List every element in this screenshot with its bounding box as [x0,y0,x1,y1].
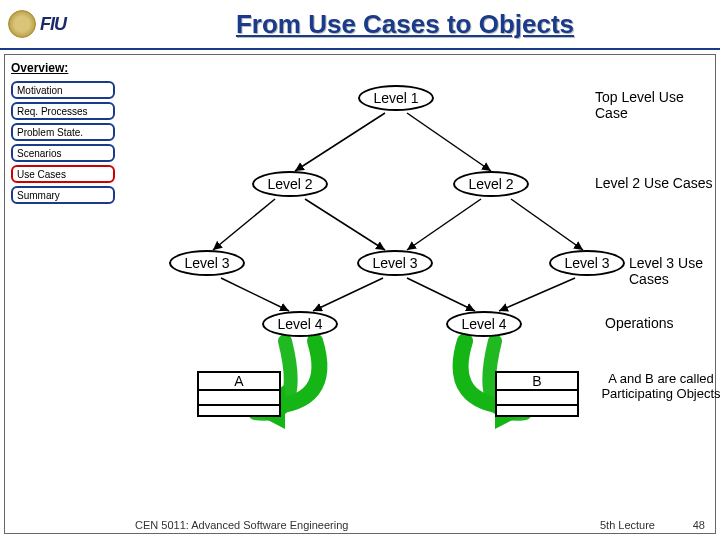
sidebar-item-problem-state[interactable]: Problem State. [11,123,115,141]
logo-text: FIU [40,14,66,35]
diagram-area: Level 1 Level 2 Level 2 Level 3 Level 3 … [135,65,715,495]
svg-line-8 [407,278,475,311]
svg-line-9 [499,278,575,311]
object-a: A [197,371,281,417]
svg-line-4 [407,199,481,250]
logo-seal-icon [8,10,36,38]
node-level2-left: Level 2 [252,171,328,197]
node-level1: Level 1 [358,85,434,111]
row-label-level3: Level 3 Use Cases [629,255,715,287]
node-level4-right: Level 4 [446,311,522,337]
svg-line-3 [305,199,385,250]
sidebar-item-req-processes[interactable]: Req. Processes [11,102,115,120]
sidebar-item-summary[interactable]: Summary [11,186,115,204]
slide-body: Overview: Motivation Req. Processes Prob… [4,54,716,534]
svg-line-1 [407,113,491,171]
row-label-top: Top Level Use Case [595,89,715,121]
footer-page: 48 [693,519,705,531]
row-label-level2: Level 2 Use Cases [595,175,713,191]
svg-line-6 [221,278,289,311]
node-level2-right: Level 2 [453,171,529,197]
sidebar-item-scenarios[interactable]: Scenarios [11,144,115,162]
node-level3-right: Level 3 [549,250,625,276]
sidebar-item-motivation[interactable]: Motivation [11,81,115,99]
row-label-participating: A and B are called Participating Objects [601,371,720,401]
title-bar: FIU From Use Cases to Objects [0,0,720,50]
diagram-connectors [135,65,715,495]
object-a-label: A [199,373,279,389]
page-title: From Use Cases to Objects [98,9,712,40]
node-level3-left: Level 3 [169,250,245,276]
node-level3-mid: Level 3 [357,250,433,276]
object-b: B [495,371,579,417]
object-b-label: B [497,373,577,389]
svg-line-2 [213,199,275,250]
node-level4-left: Level 4 [262,311,338,337]
svg-line-7 [313,278,383,311]
fiu-logo: FIU [8,4,98,44]
svg-line-5 [511,199,583,250]
footer-course: CEN 5011: Advanced Software Engineering [135,519,348,531]
sidebar-item-use-cases[interactable]: Use Cases [11,165,115,183]
sidebar: Motivation Req. Processes Problem State.… [11,81,115,207]
svg-line-0 [295,113,385,171]
row-label-operations: Operations [605,315,673,331]
footer-lecture: 5th Lecture [600,519,655,531]
